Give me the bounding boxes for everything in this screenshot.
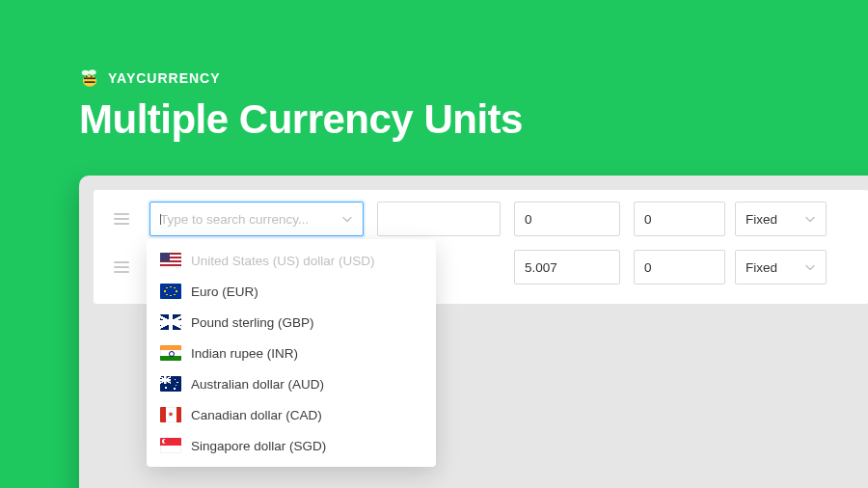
adjust-field[interactable] [634, 202, 725, 236]
bee-icon [79, 68, 100, 89]
rate-input[interactable] [525, 212, 610, 227]
rounding-mode-select[interactable]: Fixed [735, 202, 827, 236]
rounding-mode-label: Fixed [746, 260, 777, 275]
rounding-mode-label: Fixed [746, 212, 777, 227]
flag-icon [160, 376, 181, 392]
currency-option-label: Singapore dollar (SGD) [191, 439, 326, 453]
currency-option-label: Canadian dollar (CAD) [191, 408, 322, 422]
currency-row: Type to search currency... Fixed [107, 202, 855, 236]
currency-option-label: Australian dollar (AUD) [191, 377, 324, 392]
chevron-down-icon [804, 261, 816, 273]
rounding-mode-select[interactable]: Fixed [735, 250, 827, 285]
currency-option-label: Indian rupee (INR) [191, 346, 298, 361]
rate-field[interactable] [514, 250, 620, 285]
currency-code-field[interactable] [377, 202, 501, 236]
currency-option[interactable]: Canadian dollar (CAD) [147, 399, 436, 430]
brand-name: YAYCURRENCY [108, 70, 221, 86]
currency-option[interactable]: Indian rupee (INR) [147, 338, 436, 368]
page-title: Multiple Currency Units [79, 96, 868, 143]
rate-field[interactable] [514, 202, 620, 236]
currency-option[interactable]: Australian dollar (AUD) [147, 368, 436, 399]
currency-option[interactable]: Euro (EUR) [147, 276, 436, 307]
svg-point-2 [83, 75, 96, 87]
flag-icon [160, 438, 181, 453]
adjust-input[interactable] [644, 260, 715, 275]
rate-input[interactable] [525, 260, 610, 275]
svg-point-5 [86, 75, 88, 77]
drag-handle-icon[interactable] [107, 260, 136, 274]
svg-point-1 [89, 69, 96, 75]
brand: YAYCURRENCY [79, 68, 868, 89]
search-placeholder: Type to search currency... [160, 212, 309, 227]
svg-rect-3 [84, 77, 95, 79]
currency-option: United States (US) dollar (USD) [147, 245, 436, 276]
flag-icon [160, 284, 181, 299]
svg-point-6 [91, 75, 93, 77]
chevron-down-icon [804, 213, 816, 225]
drag-handle-icon[interactable] [107, 212, 136, 226]
app-window: Type to search currency... Fixed [79, 176, 868, 488]
currency-option-label: United States (US) dollar (USD) [191, 254, 375, 268]
currency-option[interactable]: Singapore dollar (SGD) [147, 430, 436, 461]
adjust-input[interactable] [644, 212, 715, 227]
flag-icon [160, 314, 181, 330]
currency-option-label: Euro (EUR) [191, 285, 258, 299]
svg-rect-4 [85, 81, 95, 83]
flag-icon [160, 253, 181, 268]
currency-option[interactable]: Pound sterling (GBP) [147, 307, 436, 338]
chevron-down-icon [341, 213, 353, 225]
flag-icon [160, 407, 181, 422]
svg-point-0 [82, 70, 90, 76]
flag-icon [160, 345, 181, 361]
currency-option-label: Pound sterling (GBP) [191, 315, 314, 330]
currency-dropdown[interactable]: United States (US) dollar (USD)Euro (EUR… [147, 239, 436, 467]
currency-select[interactable]: Type to search currency... [149, 202, 364, 236]
adjust-field[interactable] [634, 250, 725, 285]
